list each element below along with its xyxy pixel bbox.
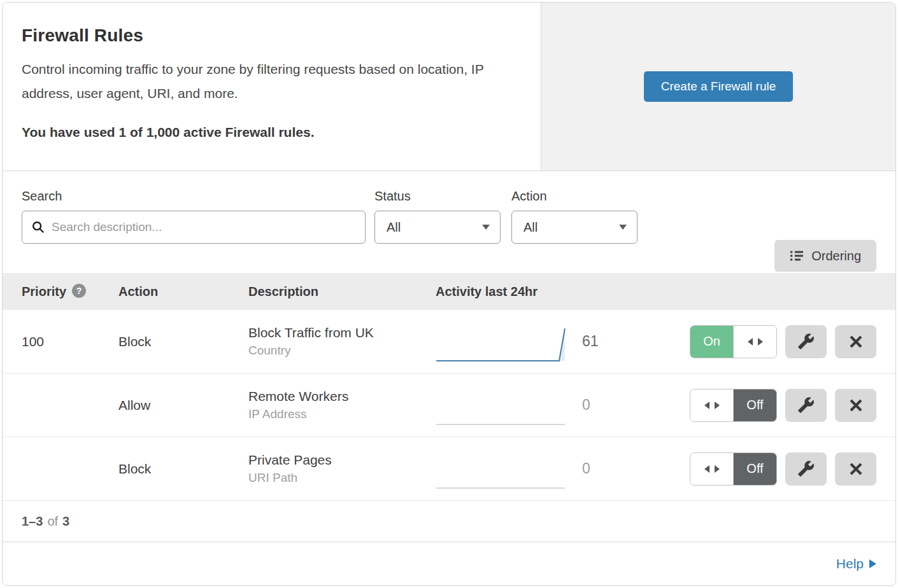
- table-header-row: Priority ? Action Description Activity l…: [3, 273, 895, 310]
- firewall-rules-panel: Firewall Rules Control incoming traffic …: [2, 2, 896, 586]
- pagination-range: 1–3: [22, 514, 43, 529]
- table-row: Block Private Pages URI Path 0 Off: [3, 437, 895, 501]
- priority-column-label: Priority: [22, 284, 66, 299]
- wrench-icon: [797, 333, 815, 350]
- toggle-drag-handle[interactable]: [690, 389, 734, 421]
- filter-bar: Search Status All Action All Ordering: [3, 171, 895, 273]
- delete-rule-button[interactable]: [835, 389, 876, 422]
- action-label: Action: [511, 189, 638, 204]
- action-select[interactable]: All: [511, 211, 638, 244]
- left-right-arrows-icon: [704, 402, 720, 409]
- search-group: Search: [22, 189, 366, 244]
- wrench-icon: [797, 460, 815, 477]
- status-select[interactable]: All: [374, 211, 501, 244]
- chevron-down-icon: [482, 225, 490, 230]
- help-link[interactable]: Help: [836, 556, 876, 571]
- action-filter-group: Action All: [511, 189, 638, 244]
- column-description: Description: [248, 284, 436, 299]
- toggle-state-label: Off: [734, 389, 776, 421]
- ordering-button-label: Ordering: [811, 249, 861, 263]
- header-text-block: Firewall Rules Control incoming traffic …: [3, 3, 541, 171]
- table-row: Allow Remote Workers IP Address 0 Off: [3, 374, 895, 437]
- rule-priority: 100: [3, 334, 118, 349]
- rule-description-cell: Block Traffic from UK Country: [248, 325, 436, 358]
- rule-action: Block: [118, 334, 248, 349]
- row-controls: On: [690, 325, 876, 358]
- rule-action: Block: [118, 461, 248, 477]
- rule-enabled-toggle[interactable]: Off: [690, 452, 777, 486]
- activity-count: 61: [582, 333, 627, 350]
- rule-description-cell: Private Pages URI Path: [248, 452, 436, 485]
- help-question-icon[interactable]: ?: [72, 284, 86, 298]
- ordering-button[interactable]: Ordering: [774, 240, 876, 272]
- delete-rule-button[interactable]: [835, 452, 876, 486]
- search-label: Search: [22, 189, 366, 204]
- wrench-icon: [797, 396, 815, 414]
- table-row: 100 Block Block Traffic from UK Country …: [3, 310, 895, 374]
- arrow-right-icon: [869, 559, 876, 569]
- row-controls: Off: [690, 389, 876, 422]
- activity-count: 0: [582, 460, 627, 477]
- rule-description: Private Pages: [248, 452, 436, 468]
- rule-match-type: Country: [248, 344, 436, 358]
- activity-sparkline: [436, 382, 566, 428]
- pagination-of: of: [47, 514, 58, 529]
- x-icon: [848, 334, 864, 349]
- pagination-bar: 1–3 of 3: [3, 501, 895, 542]
- status-filter-group: Status All: [374, 189, 501, 244]
- help-link-label: Help: [836, 556, 864, 571]
- rule-match-type: URI Path: [248, 471, 436, 485]
- rule-description: Remote Workers: [248, 389, 436, 404]
- rule-match-type: IP Address: [248, 407, 436, 421]
- create-firewall-rule-button[interactable]: Create a Firewall rule: [644, 71, 794, 102]
- rule-enabled-toggle[interactable]: Off: [690, 389, 777, 422]
- x-icon: [848, 398, 864, 413]
- ordering-list-icon: [790, 249, 804, 263]
- page-title: Firewall Rules: [22, 25, 522, 46]
- search-input[interactable]: [52, 220, 356, 234]
- toggle-drag-handle[interactable]: [690, 453, 734, 485]
- chevron-down-icon: [619, 225, 627, 230]
- activity-sparkline: [436, 446, 566, 492]
- left-right-arrows-icon: [704, 465, 720, 473]
- activity-sparkline: [436, 319, 566, 365]
- column-action: Action: [118, 284, 248, 299]
- panel-header: Firewall Rules Control incoming traffic …: [3, 3, 895, 171]
- status-selected-value: All: [387, 220, 401, 235]
- rule-enabled-toggle[interactable]: On: [690, 325, 777, 358]
- edit-rule-button[interactable]: [785, 452, 827, 486]
- pagination-total: 3: [62, 514, 69, 529]
- x-icon: [848, 461, 864, 477]
- search-icon: [31, 220, 45, 234]
- column-activity: Activity last 24hr: [436, 284, 538, 299]
- header-action-panel: Create a Firewall rule: [541, 3, 895, 171]
- toggle-drag-handle[interactable]: [733, 326, 776, 358]
- rule-description: Block Traffic from UK: [248, 325, 436, 340]
- delete-rule-button[interactable]: [835, 325, 876, 358]
- left-right-arrows-icon: [748, 338, 763, 346]
- search-box[interactable]: [22, 211, 366, 244]
- rule-action: Allow: [118, 398, 248, 413]
- status-label: Status: [374, 189, 501, 204]
- row-controls: Off: [690, 452, 876, 486]
- page-description: Control incoming traffic to your zone by…: [22, 57, 487, 106]
- usage-note: You have used 1 of 1,000 active Firewall…: [22, 125, 522, 140]
- action-selected-value: All: [524, 220, 538, 235]
- edit-rule-button[interactable]: [785, 389, 827, 422]
- rule-description-cell: Remote Workers IP Address: [248, 389, 436, 421]
- column-priority: Priority ?: [3, 284, 118, 299]
- edit-rule-button[interactable]: [785, 325, 827, 358]
- toggle-state-label: Off: [734, 453, 776, 485]
- toggle-state-label: On: [690, 326, 733, 358]
- help-bar: Help: [3, 542, 895, 585]
- activity-count: 0: [582, 396, 627, 414]
